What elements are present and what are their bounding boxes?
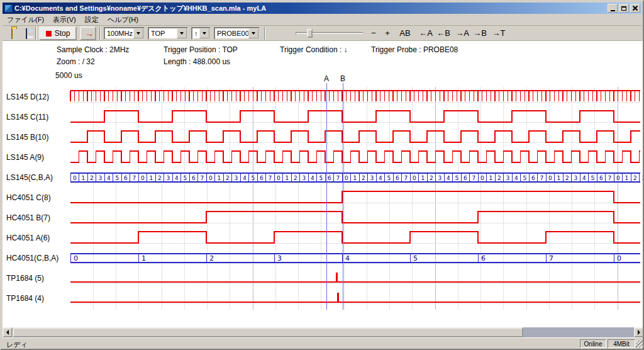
svg-text:3: 3	[98, 175, 102, 181]
svg-text:5: 5	[523, 175, 526, 181]
svg-text:0: 0	[413, 175, 416, 181]
marker-a-label[interactable]: A	[323, 74, 330, 83]
svg-text:3: 3	[302, 175, 306, 181]
maximize-icon	[621, 6, 626, 11]
toolbar: Stop → 100MHz TOP ↑ PROBE00 − + AB ←A ←B…	[3, 26, 641, 41]
svg-text:4: 4	[243, 175, 247, 181]
svg-text:5: 5	[251, 175, 255, 181]
menu-bar: ファイル(F) 表示(V) 設定 ヘルプ(H)	[3, 14, 641, 26]
svg-text:7: 7	[608, 175, 611, 181]
svg-text:4: 4	[107, 175, 111, 181]
menu-settings[interactable]: 設定	[80, 14, 103, 26]
svg-text:4: 4	[311, 175, 314, 181]
scroll-right-icon	[638, 330, 640, 335]
svg-text:5: 5	[591, 175, 594, 181]
stop-button[interactable]: Stop	[39, 26, 77, 40]
zoom-slider-thumb[interactable]	[307, 29, 313, 38]
svg-text:2: 2	[633, 175, 637, 181]
trigger-probe-info: Trigger Probe : PROBE08	[371, 45, 458, 54]
svg-text:1: 1	[149, 175, 153, 181]
window-controls	[608, 4, 640, 13]
goto-a-left-button[interactable]: ←A	[418, 26, 434, 40]
svg-text:0: 0	[480, 175, 484, 181]
svg-text:4: 4	[379, 175, 382, 181]
svg-text:4: 4	[175, 175, 179, 181]
trigger-position-select[interactable]: TOP	[148, 27, 188, 40]
dropdown-arrow-icon[interactable]	[177, 28, 187, 38]
dropdown-arrow-icon[interactable]	[199, 28, 209, 38]
toolbar-separator	[35, 27, 36, 40]
save-button[interactable]	[19, 26, 33, 40]
triangle-icon	[252, 32, 255, 35]
zoom-in-button[interactable]: +	[381, 26, 394, 40]
zoom-slider-track[interactable]	[296, 32, 364, 35]
menu-view[interactable]: 表示(V)	[48, 14, 80, 26]
svg-text:7: 7	[336, 175, 340, 181]
status-online-badge: Online	[580, 339, 606, 348]
run-button[interactable]: →	[80, 26, 96, 40]
svg-text:6: 6	[599, 175, 603, 181]
scrollbar-thumb[interactable]	[13, 327, 523, 337]
scroll-right-button[interactable]	[634, 327, 644, 337]
svg-text:1: 1	[81, 175, 85, 181]
zoom-out-button[interactable]: −	[367, 26, 380, 40]
svg-text:5: 5	[183, 175, 187, 181]
triangle-icon	[180, 32, 184, 35]
svg-text:2: 2	[209, 254, 214, 262]
ab-range-button[interactable]: AB	[396, 26, 414, 40]
goto-a-right-button[interactable]: →A	[454, 26, 470, 40]
svg-text:3: 3	[234, 175, 238, 181]
waveform-canvas[interactable]: 0123456701234567012345670123456701234567…	[3, 83, 644, 327]
horizontal-scrollbar[interactable]	[3, 327, 644, 337]
svg-text:5: 5	[455, 175, 458, 181]
goto-b-left-button[interactable]: ←B	[435, 26, 452, 40]
marker-b-label[interactable]: B	[339, 74, 347, 83]
minimize-button[interactable]	[608, 4, 618, 13]
close-button[interactable]	[630, 4, 640, 13]
goto-trigger-button[interactable]: →T	[491, 26, 507, 40]
svg-text:2: 2	[226, 175, 230, 181]
dropdown-arrow-icon[interactable]	[248, 28, 258, 38]
scroll-left-button[interactable]	[3, 327, 13, 337]
svg-text:1: 1	[625, 175, 628, 181]
svg-text:1: 1	[217, 175, 221, 181]
svg-text:2: 2	[497, 175, 501, 181]
svg-text:1: 1	[489, 175, 492, 181]
status-bar: レディ Online 4MBit	[3, 337, 644, 349]
toolbar-separator	[99, 27, 101, 40]
svg-text:7: 7	[132, 175, 136, 181]
resize-grip[interactable]	[636, 341, 643, 348]
svg-text:0: 0	[277, 175, 280, 181]
waveform-panel: Sample Clock : 2MHz Trigger Position : T…	[3, 41, 644, 327]
svg-text:3: 3	[277, 254, 282, 262]
svg-text:6: 6	[192, 175, 196, 181]
svg-text:7: 7	[549, 254, 553, 262]
app-window: C:¥Documents and Settings¥noname¥デスクトップ¥…	[0, 0, 644, 350]
menu-file[interactable]: ファイル(F)	[3, 14, 48, 26]
svg-text:0: 0	[74, 254, 78, 262]
status-memory-badge: 4MBit	[608, 339, 635, 348]
svg-text:6: 6	[464, 175, 467, 181]
svg-text:0: 0	[141, 175, 145, 181]
svg-text:1: 1	[421, 175, 425, 181]
trigger-edge-select[interactable]: ↑	[191, 27, 211, 40]
sample-clock-select[interactable]: 100MHz	[104, 27, 145, 40]
svg-text:2: 2	[362, 175, 365, 181]
trigger-position-info: Trigger Position : TOP	[164, 45, 238, 54]
goto-b-right-button[interactable]: →B	[472, 26, 488, 40]
maximize-button[interactable]	[619, 4, 629, 13]
trigger-probe-select[interactable]: PROBE00	[214, 27, 260, 40]
svg-text:2: 2	[158, 175, 162, 181]
title-bar[interactable]: C:¥Documents and Settings¥noname¥デスクトップ¥…	[3, 3, 641, 14]
stop-icon	[46, 31, 52, 37]
svg-text:0: 0	[617, 254, 621, 262]
svg-text:0: 0	[73, 175, 77, 181]
dropdown-arrow-icon[interactable]	[133, 28, 143, 38]
svg-text:0: 0	[548, 175, 552, 181]
svg-text:6: 6	[260, 175, 264, 181]
menu-help[interactable]: ヘルプ(H)	[103, 14, 143, 26]
triangle-icon	[136, 32, 140, 35]
svg-text:1: 1	[353, 175, 357, 181]
open-file-button[interactable]	[5, 26, 19, 40]
time-scale-label: 5000 us	[55, 71, 82, 80]
